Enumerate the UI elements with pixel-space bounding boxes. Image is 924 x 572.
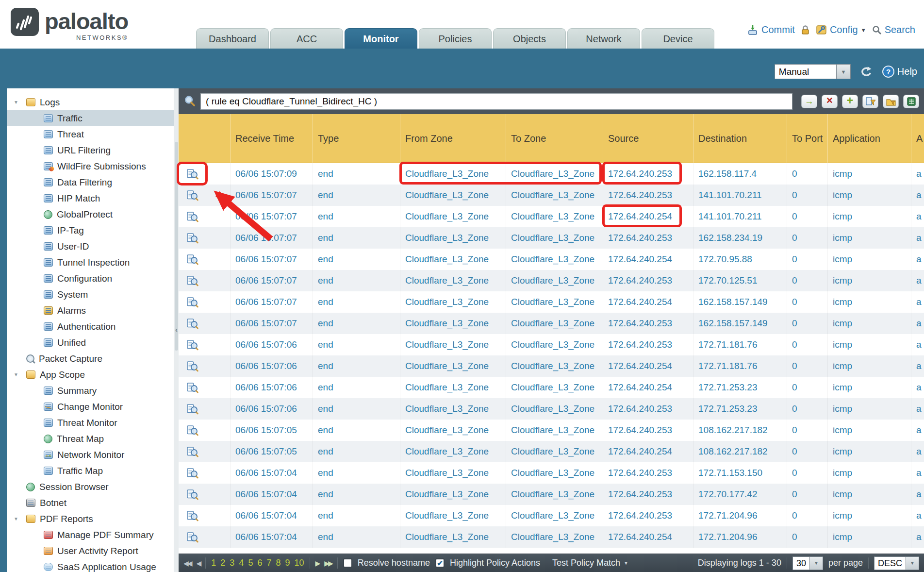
log-row[interactable]: 06/06 15:07:06 end Cloudflare_L3_Zone Cl… [179, 398, 924, 420]
col-action[interactable]: A [911, 114, 924, 163]
sidebar-item[interactable]: ▼ Logs [7, 94, 174, 110]
commit-button[interactable]: Commit [747, 24, 795, 35]
page-number[interactable]: 8 [276, 558, 280, 568]
sidebar-item[interactable]: Packet Capture [7, 351, 174, 367]
sidebar-item[interactable]: URL Filtering [7, 142, 174, 158]
page-number[interactable]: 7 [266, 558, 271, 568]
log-detail-icon[interactable] [186, 233, 198, 244]
log-detail-icon[interactable] [186, 168, 198, 180]
sidebar-item[interactable]: Data Filtering [7, 174, 174, 190]
apply-filter-button[interactable]: → [801, 95, 817, 108]
log-detail-icon[interactable] [186, 532, 198, 543]
log-detail-icon[interactable] [186, 190, 198, 201]
export-csv-button[interactable] [903, 95, 919, 108]
nav-tab[interactable]: Objects [493, 28, 566, 49]
sidebar-scrollbar-thumb[interactable] [175, 142, 178, 351]
sidebar-item[interactable]: Threat [7, 126, 174, 142]
test-policy-match-menu[interactable]: Test Policy Match ▼ [552, 558, 628, 568]
nav-tab[interactable]: Monitor [345, 28, 417, 49]
log-row[interactable]: 06/06 15:07:04 end Cloudflare_L3_Zone Cl… [179, 462, 924, 484]
sidebar-item[interactable]: Change Monitor [7, 399, 174, 415]
sidebar-item[interactable]: User-ID [7, 238, 174, 254]
log-row[interactable]: 06/06 15:07:04 end Cloudflare_L3_Zone Cl… [179, 526, 924, 548]
log-row[interactable]: 06/06 15:07:06 end Cloudflare_L3_Zone Cl… [179, 377, 924, 398]
nav-tab[interactable]: Policies [419, 28, 492, 49]
nav-tab[interactable]: ACC [270, 28, 343, 49]
log-detail-icon[interactable] [186, 404, 198, 415]
clear-filter-button[interactable]: × [822, 95, 838, 108]
expand-triangle-icon[interactable]: ▼ [14, 372, 26, 377]
log-row[interactable]: 06/06 15:07:06 end Cloudflare_L3_Zone Cl… [179, 334, 924, 355]
log-row[interactable]: 06/06 15:07:05 end Cloudflare_L3_Zone Cl… [179, 420, 924, 441]
log-detail-icon[interactable] [186, 361, 198, 372]
log-detail-icon[interactable] [186, 446, 198, 457]
resolve-hostname-checkbox[interactable] [343, 558, 352, 568]
next-page-button[interactable]: ▶ [315, 559, 319, 567]
prev-page-button[interactable]: ◀ [197, 559, 200, 567]
log-row[interactable]: 06/06 15:07:07 end Cloudflare_L3_Zone Cl… [179, 249, 924, 270]
col-application[interactable]: Application [827, 114, 911, 163]
log-row[interactable]: 06/06 15:07:07 end Cloudflare_L3_Zone Cl… [179, 227, 924, 249]
expand-triangle-icon[interactable]: ▼ [14, 100, 26, 105]
col-receive-time[interactable]: Receive Time [230, 114, 313, 163]
sidebar-item[interactable]: User Activity Report [7, 543, 174, 559]
col-to-zone[interactable]: To Zone [506, 114, 603, 163]
refresh-icon[interactable] [859, 66, 873, 78]
sidebar-item[interactable]: Botnet [7, 495, 174, 511]
log-detail-icon[interactable] [186, 510, 198, 522]
log-row[interactable]: 06/06 15:07:07 end Cloudflare_L3_Zone Cl… [179, 185, 924, 206]
log-row[interactable]: 06/06 15:07:05 end Cloudflare_L3_Zone Cl… [179, 441, 924, 462]
load-filter-button[interactable] [883, 95, 899, 108]
search-button[interactable]: Search [872, 24, 915, 35]
log-detail-icon[interactable] [186, 254, 198, 265]
sidebar-item[interactable]: Manage PDF Summary [7, 527, 174, 543]
sort-order-dropdown-arrow[interactable]: ▼ [906, 556, 919, 570]
col-source[interactable]: Source [603, 114, 693, 163]
col-type[interactable]: Type [313, 114, 400, 163]
sidebar-item[interactable]: HIP Match [7, 190, 174, 206]
page-number[interactable]: 10 [294, 558, 304, 568]
log-row[interactable]: 06/06 15:07:07 end Cloudflare_L3_Zone Cl… [179, 270, 924, 291]
per-page-dropdown-arrow[interactable]: ▼ [810, 556, 823, 570]
save-filter-button[interactable] [862, 95, 878, 108]
sidebar-item[interactable]: Threat Map [7, 431, 174, 447]
log-row[interactable]: 06/06 15:07:07 end Cloudflare_L3_Zone Cl… [179, 291, 924, 313]
log-row[interactable]: 06/06 15:07:07 end Cloudflare_L3_Zone Cl… [179, 206, 924, 227]
log-row[interactable]: 06/06 15:07:09 end Cloudflare_L3_Zone Cl… [179, 163, 924, 185]
first-page-button[interactable]: ◀◀ [183, 559, 191, 567]
sidebar-item[interactable]: Session Browser [7, 479, 174, 495]
sidebar-item[interactable]: Configuration [7, 270, 174, 286]
log-detail-icon[interactable] [186, 489, 198, 500]
page-number[interactable]: 9 [285, 558, 290, 568]
sort-order-select[interactable]: DESC ▼ [874, 556, 919, 570]
page-number[interactable]: 4 [239, 558, 244, 568]
sidebar-item[interactable]: Network Monitor [7, 447, 174, 463]
col-destination[interactable]: Destination [693, 114, 787, 163]
log-detail-icon[interactable] [186, 318, 198, 329]
log-detail-icon[interactable] [186, 211, 198, 222]
help-button[interactable]: ? Help [882, 65, 917, 78]
col-to-port[interactable]: To Port [787, 114, 827, 163]
sidebar-item[interactable]: System [7, 286, 174, 303]
nav-tab[interactable]: Device [642, 28, 714, 49]
add-filter-button[interactable]: + [842, 95, 858, 108]
refresh-mode-select[interactable]: Manual ▼ [775, 64, 851, 79]
sidebar-item[interactable]: Summary [7, 383, 174, 399]
sidebar-item[interactable]: IP-Tag [7, 222, 174, 238]
page-number[interactable]: 5 [248, 558, 253, 568]
page-number[interactable]: 1 [211, 558, 216, 568]
per-page-select[interactable]: 30 ▼ [792, 556, 823, 570]
page-number[interactable]: 3 [230, 558, 234, 568]
sidebar-item[interactable]: WildFire Submissions [7, 158, 174, 174]
log-row[interactable]: 06/06 15:07:07 end Cloudflare_L3_Zone Cl… [179, 313, 924, 334]
log-detail-icon[interactable] [186, 275, 198, 286]
last-page-button[interactable]: ▶▶ [324, 559, 332, 567]
log-detail-icon[interactable] [186, 297, 198, 308]
nav-tab[interactable]: Network [567, 28, 640, 49]
sidebar-item[interactable]: Tunnel Inspection [7, 254, 174, 270]
sidebar-item[interactable]: ▼ App Scope [7, 367, 174, 383]
sidebar-item[interactable]: Traffic Map [7, 463, 174, 479]
sidebar-item[interactable]: Threat Monitor [7, 415, 174, 431]
sidebar-splitter[interactable]: ‹ [174, 88, 179, 572]
col-from-zone[interactable]: From Zone [400, 114, 506, 163]
